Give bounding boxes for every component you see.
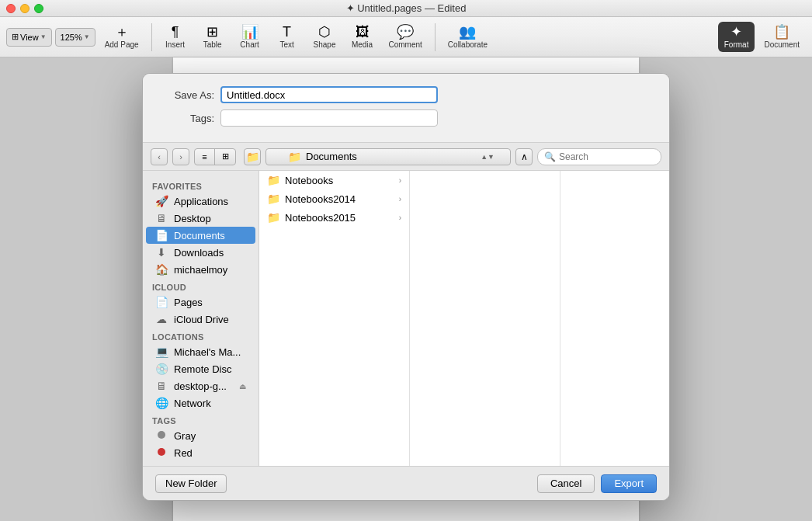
file-list: 📁 Notebooks › 📁 Notebooks2014 › 📁 Notebo… xyxy=(259,171,669,466)
minimize-button[interactable] xyxy=(20,4,29,13)
sidebar-item-documents[interactable]: 📄 Documents xyxy=(146,227,255,244)
red-label: Red xyxy=(174,447,193,459)
grid-view-button[interactable]: ⊞ xyxy=(215,149,235,165)
maximize-button[interactable] xyxy=(34,4,43,13)
zoom-control[interactable]: 125% ▼ xyxy=(55,28,95,47)
search-icon: 🔍 xyxy=(544,151,556,162)
tags-label: Tags: xyxy=(158,113,214,124)
locations-header: Locations xyxy=(143,328,259,343)
add-page-button[interactable]: ＋ Add Page xyxy=(99,22,145,52)
traffic-lights xyxy=(6,4,43,13)
shape-icon: ⬡ xyxy=(318,25,331,39)
saveas-form: Save As: Tags: xyxy=(143,74,669,143)
insert-button[interactable]: ¶ Insert xyxy=(158,22,193,52)
cancel-button[interactable]: Cancel xyxy=(537,474,595,493)
shape-label: Shape xyxy=(314,40,336,49)
file-item-notebooks2014[interactable]: 📁 Notebooks2014 › xyxy=(259,189,409,208)
monitor-icon: 🖥 xyxy=(155,380,168,392)
new-folder-button[interactable]: New Folder xyxy=(155,474,227,493)
applications-icon: 🚀 xyxy=(155,195,168,207)
icloud-icon: ☁ xyxy=(155,313,168,325)
michaels-mac-label: Michael's Ma... xyxy=(174,346,241,358)
network-label: Network xyxy=(174,398,211,409)
shape-button[interactable]: ⬡ Shape xyxy=(307,22,342,52)
downloads-label: Downloads xyxy=(174,247,224,259)
notebooks-label: Notebooks xyxy=(285,175,394,186)
separator-1 xyxy=(151,23,152,51)
sidebar-item-gray[interactable]: Gray xyxy=(146,427,255,444)
file-item-notebooks[interactable]: 📁 Notebooks › xyxy=(259,171,409,189)
forward-button[interactable]: › xyxy=(172,148,189,165)
collaborate-label: Collaborate xyxy=(448,40,488,49)
sidebar-item-red[interactable]: Red xyxy=(146,444,255,461)
sidebar-item-icloud-drive[interactable]: ☁ iCloud Drive xyxy=(146,311,255,328)
sidebar-item-network[interactable]: 🌐 Network xyxy=(146,394,255,412)
sidebar-item-pages[interactable]: 📄 Pages xyxy=(146,293,255,311)
document-icon: 📋 xyxy=(773,25,790,39)
arrow-icon-2: › xyxy=(399,195,401,203)
new-folder-nav-button[interactable]: 📁 xyxy=(244,148,261,165)
notebooks2015-label: Notebooks2015 xyxy=(285,212,394,224)
location-expand-button[interactable]: ∧ xyxy=(515,148,533,165)
window-title: ✦ Untitled.pages — Edited xyxy=(346,2,467,14)
desktop-label: Desktop xyxy=(174,213,211,224)
saveas-input[interactable] xyxy=(220,86,438,103)
folder-icon-1: 📁 xyxy=(267,174,280,186)
sidebar-item-desktop-g[interactable]: 🖥 desktop-g... ⏏ xyxy=(146,377,255,394)
view-label: View xyxy=(20,33,39,42)
sidebar-item-desktop[interactable]: 🖥 Desktop xyxy=(146,210,255,227)
table-label: Table xyxy=(203,40,222,49)
location-dropdown[interactable]: 📁 Documents ▲▼ xyxy=(265,148,511,165)
search-input[interactable] xyxy=(559,151,670,162)
chart-icon: 📊 xyxy=(241,25,259,39)
macbook-icon: 💻 xyxy=(155,346,168,358)
save-dialog: Save As: Tags: ‹ › ≡ ⊞ 📁 📁 Documents ▲▼ … xyxy=(142,73,670,501)
view-control[interactable]: ⊞ View ▼ xyxy=(6,28,52,47)
documents-icon: 📄 xyxy=(155,229,168,241)
export-button[interactable]: Export xyxy=(601,474,657,493)
table-button[interactable]: ⊞ Table xyxy=(196,22,230,52)
collaborate-icon: 👥 xyxy=(459,25,476,39)
sidebar-item-remote-disc[interactable]: 💿 Remote Disc xyxy=(146,360,255,377)
collaborate-button[interactable]: 👥 Collaborate xyxy=(442,22,494,52)
tags-row: Tags: xyxy=(158,109,654,127)
sidebar-item-michaels-mac[interactable]: 💻 Michael's Ma... xyxy=(146,343,255,360)
sidebar-item-michaelmoy[interactable]: 🏠 michaelmoy xyxy=(146,261,255,278)
sidebar-item-applications[interactable]: 🚀 Applications xyxy=(146,193,255,210)
chart-label: Chart xyxy=(240,40,259,49)
desktop-g-label: desktop-g... xyxy=(174,380,227,392)
file-column-1: 📁 Notebooks › 📁 Notebooks2014 › 📁 Notebo… xyxy=(259,171,410,466)
tags-input[interactable] xyxy=(220,109,438,127)
text-label: Text xyxy=(279,40,293,49)
media-button[interactable]: 🖼 Media xyxy=(345,22,380,52)
toolbar: ⊞ View ▼ 125% ▼ ＋ Add Page ¶ Insert ⊞ Ta… xyxy=(0,17,812,57)
red-tag-icon xyxy=(155,446,168,459)
home-icon: 🏠 xyxy=(155,263,168,276)
gray-label: Gray xyxy=(174,430,196,442)
arrow-icon-3: › xyxy=(399,214,401,222)
column-view-button[interactable]: ≡ xyxy=(195,149,215,165)
table-icon: ⊞ xyxy=(206,25,218,39)
comment-icon: 💬 xyxy=(397,25,414,39)
close-button[interactable] xyxy=(6,4,16,13)
media-label: Media xyxy=(352,40,373,49)
chart-button[interactable]: 📊 Chart xyxy=(233,22,267,52)
zoom-value: 125% xyxy=(61,33,82,42)
file-item-notebooks2015[interactable]: 📁 Notebooks2015 › xyxy=(259,208,409,227)
location-icon: 📁 xyxy=(288,151,301,163)
comment-button[interactable]: 💬 Comment xyxy=(383,22,429,52)
applications-label: Applications xyxy=(174,196,228,207)
notebooks2014-label: Notebooks2014 xyxy=(285,193,394,205)
dialog-content: Favorites 🚀 Applications 🖥 Desktop 📄 Doc… xyxy=(143,171,669,466)
file-column-2 xyxy=(410,171,560,466)
sidebar-item-downloads[interactable]: ⬇ Downloads xyxy=(146,244,255,261)
insert-icon: ¶ xyxy=(172,25,179,39)
back-button[interactable]: ‹ xyxy=(151,148,168,165)
title-bar: ✦ Untitled.pages — Edited xyxy=(0,0,812,17)
document-button[interactable]: 📋 Document xyxy=(758,22,806,52)
text-button[interactable]: T Text xyxy=(270,22,304,52)
michaelmoy-label: michaelmoy xyxy=(174,264,227,276)
arrow-icon-1: › xyxy=(399,176,401,185)
location-chevron-icon: ▲▼ xyxy=(481,153,494,161)
format-button[interactable]: ✦ Format xyxy=(718,22,755,52)
